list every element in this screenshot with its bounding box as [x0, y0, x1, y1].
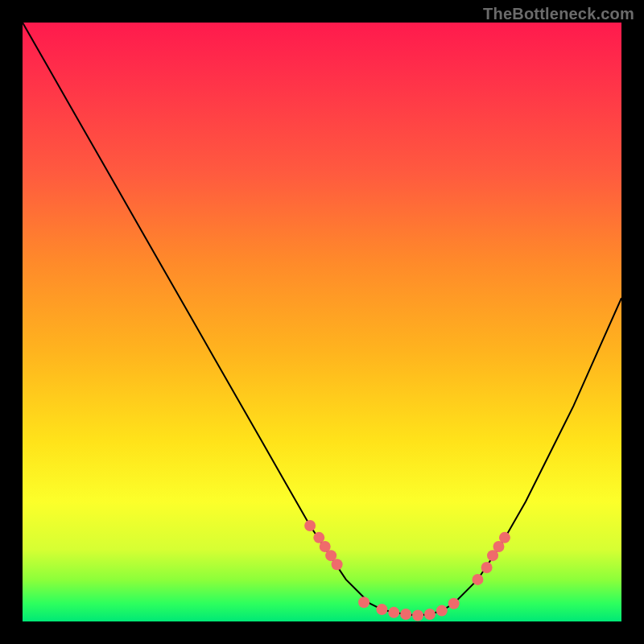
marker-dot [412, 610, 423, 621]
marker-dot [436, 605, 448, 617]
marker-layer [304, 520, 510, 621]
marker-dot [472, 574, 483, 585]
chart-frame: TheBottleneck.com [0, 0, 644, 644]
marker-dot [358, 597, 369, 608]
marker-dot [499, 532, 510, 543]
marker-dot [332, 559, 343, 570]
marker-dot [400, 609, 411, 620]
watermark-label: TheBottleneck.com [483, 5, 634, 23]
marker-dot [304, 520, 316, 531]
bottleneck-curve [23, 23, 621, 616]
marker-dot [376, 604, 387, 615]
marker-dot [424, 609, 436, 620]
marker-dot [388, 607, 399, 618]
marker-dot [448, 598, 460, 609]
chart-overlay [23, 23, 621, 621]
marker-dot [481, 562, 493, 573]
